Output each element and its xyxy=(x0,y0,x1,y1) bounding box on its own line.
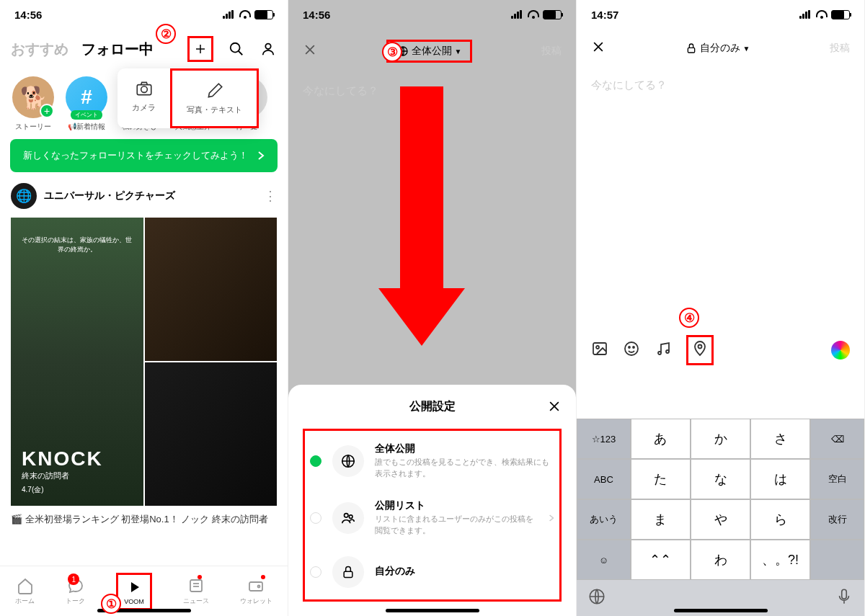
post-image-grid[interactable]: その選択の結末は、家族の犠牲か、世界の終焉か。 KNOCK 終末の訪問者 4.7… xyxy=(11,218,277,506)
search-button[interactable] xyxy=(228,40,245,58)
key-ta[interactable]: た xyxy=(631,459,691,499)
sheet-close-button[interactable] xyxy=(547,399,562,416)
svg-point-31 xyxy=(698,345,702,349)
key-ya[interactable]: や xyxy=(691,499,750,540)
submit-button[interactable]: 投稿 xyxy=(830,42,850,55)
callout-3: ③ xyxy=(382,42,402,62)
visibility-selector[interactable]: 自分のみ ▼ xyxy=(686,42,750,55)
status-time: 14:57 xyxy=(591,9,618,21)
menu-photo-text[interactable]: 写真・テキスト xyxy=(170,68,259,128)
location-button[interactable] xyxy=(686,335,714,365)
svg-point-11 xyxy=(258,586,260,588)
home-indicator[interactable] xyxy=(674,609,768,612)
group-icon xyxy=(340,510,356,526)
tutorial-arrow xyxy=(400,86,465,346)
nav-wallet[interactable]: ウォレット xyxy=(240,576,272,606)
key-small[interactable]: ⌃⌃ xyxy=(631,540,691,580)
key-delete[interactable]: ⌫ xyxy=(810,419,864,459)
key-emoji[interactable]: ☺ xyxy=(577,540,631,580)
status-time: 14:56 xyxy=(14,9,42,21)
globe-icon xyxy=(340,453,356,469)
svg-point-2 xyxy=(231,43,240,53)
image-button[interactable] xyxy=(591,340,608,360)
option-self[interactable]: 自分のみ xyxy=(306,546,558,598)
chevron-right-icon xyxy=(257,151,265,161)
option-public[interactable]: 全体公開誰でもこの投稿を見ることができ、検索結果にも表示されます。 xyxy=(306,432,558,489)
signal-icon xyxy=(511,10,524,19)
radio-icon xyxy=(310,512,321,524)
svg-point-26 xyxy=(625,342,638,355)
visibility-sheet: 公開設定 全体公開誰でもこの投稿を見ることができ、検索結果にも表示されます。 公… xyxy=(288,385,576,616)
battery-icon xyxy=(543,10,562,19)
key-abc[interactable]: ABC xyxy=(577,459,631,499)
radio-icon xyxy=(310,566,321,578)
lock-icon xyxy=(686,43,697,54)
key-sa[interactable]: さ xyxy=(750,419,810,459)
chevron-down-icon: ▼ xyxy=(743,45,750,53)
tab-following[interactable]: フォロー中 xyxy=(81,40,154,59)
chevron-right-icon xyxy=(549,514,554,522)
svg-point-29 xyxy=(658,352,661,354)
key-wa[interactable]: わ xyxy=(691,540,750,580)
status-bar: 14:56 xyxy=(288,0,576,29)
plus-icon: + xyxy=(40,104,54,118)
svg-point-27 xyxy=(629,347,630,348)
menu-camera[interactable]: カメラ xyxy=(117,68,170,128)
key-enter[interactable]: 改行 xyxy=(810,499,864,540)
post-avatar[interactable]: 🌐 xyxy=(11,183,37,209)
key-ka[interactable]: か xyxy=(691,419,750,459)
key-space[interactable]: 空白 xyxy=(810,459,864,499)
submit-button[interactable]: 投稿 xyxy=(541,45,562,58)
color-button[interactable] xyxy=(831,341,850,360)
home-indicator[interactable] xyxy=(386,609,479,612)
svg-rect-7 xyxy=(190,580,202,592)
keyboard: ☆123 あ か さ ⌫ ABC た な は 空白 あいう ま や ら 改行 ☺… xyxy=(577,419,864,616)
svg-point-19 xyxy=(349,514,352,518)
key-punct[interactable]: 、。?! xyxy=(750,540,810,580)
nav-voom[interactable]: VOOM xyxy=(116,573,152,610)
story-item[interactable]: #イベント📢新着情報 xyxy=(64,76,109,132)
close-button[interactable] xyxy=(591,40,606,57)
svg-point-4 xyxy=(265,44,270,49)
wifi-icon xyxy=(239,10,251,19)
info-banner[interactable]: 新しくなったフォローリストをチェックしてみよう！ xyxy=(10,139,278,172)
story-item[interactable]: 🐕+ストーリー xyxy=(11,76,56,132)
key-kana[interactable]: あいう xyxy=(577,499,631,540)
music-button[interactable] xyxy=(655,340,672,360)
signal-icon xyxy=(223,10,236,19)
nav-talk[interactable]: 1トーク xyxy=(66,576,85,606)
key-ha[interactable]: は xyxy=(750,459,810,499)
globe-key[interactable] xyxy=(587,587,606,609)
compose-toolbar xyxy=(577,328,864,372)
nav-news[interactable]: ニュース xyxy=(183,576,209,606)
signal-icon xyxy=(799,10,812,19)
post-author[interactable]: ユニバーサル・ピクチャーズ xyxy=(44,189,257,202)
key-ra[interactable]: ら xyxy=(750,499,810,540)
option-list[interactable]: 公開リストリストに含まれるユーザーのみがこの投稿を閲覧できます。 xyxy=(306,489,558,546)
key-na[interactable]: な xyxy=(691,459,750,499)
close-button[interactable] xyxy=(303,43,317,60)
panel-compose-self: 14:57 自分のみ ▼ 投稿 今なにしてる？ ④ ☆123 あ か さ ⌫ xyxy=(577,0,865,616)
add-button[interactable] xyxy=(187,36,213,62)
key-a[interactable]: あ xyxy=(631,419,691,459)
svg-rect-33 xyxy=(842,589,847,599)
tab-recommended[interactable]: おすすめ xyxy=(11,40,68,59)
callout-4: ④ xyxy=(679,308,699,328)
mic-key[interactable] xyxy=(835,587,853,609)
key-enter-cont[interactable] xyxy=(810,540,864,580)
add-menu-popup: カメラ 写真・テキスト xyxy=(117,68,259,128)
svg-point-25 xyxy=(596,346,599,349)
profile-button[interactable] xyxy=(260,40,277,58)
nav-home[interactable]: ホーム xyxy=(15,576,35,606)
lock-icon xyxy=(341,565,355,579)
compose-textarea[interactable]: 今なにしてる？ xyxy=(577,68,864,103)
feed-tabs: おすすめ フォロー中 xyxy=(11,40,179,59)
key-ma[interactable]: ま xyxy=(631,499,691,540)
svg-rect-23 xyxy=(688,48,694,53)
radio-checked-icon xyxy=(310,455,321,467)
post-caption: 🎬 全米初登場ランキング 初登場No.1！ ノック 終末の訪問者 xyxy=(11,506,277,533)
emoji-button[interactable] xyxy=(623,340,640,360)
key-num[interactable]: ☆123 xyxy=(577,419,631,459)
svg-point-28 xyxy=(633,347,634,348)
post-more-icon[interactable]: ⋮ xyxy=(264,188,277,204)
